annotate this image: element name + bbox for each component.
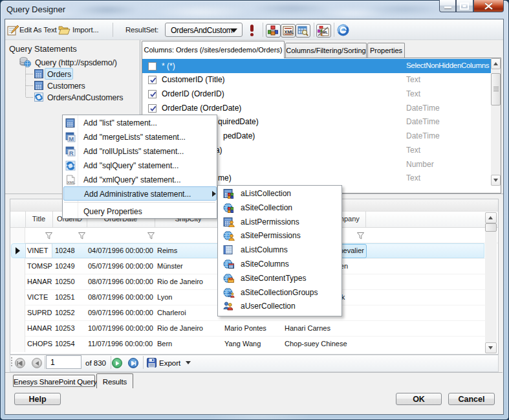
svg-text:XML: XML (67, 181, 76, 184)
svg-text:M: M (69, 135, 74, 142)
svg-text:XML: XML (285, 30, 294, 34)
svg-text:R: R (69, 149, 74, 157)
